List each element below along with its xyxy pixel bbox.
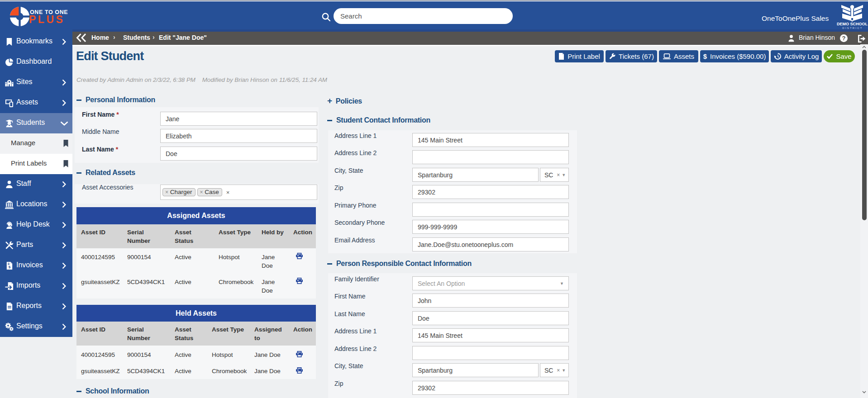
- svg-text:DISTRICT: DISTRICT: [842, 27, 863, 29]
- svg-text:$: $: [9, 265, 11, 269]
- svg-text:DEMO SCHOOL: DEMO SCHOOL: [837, 22, 868, 26]
